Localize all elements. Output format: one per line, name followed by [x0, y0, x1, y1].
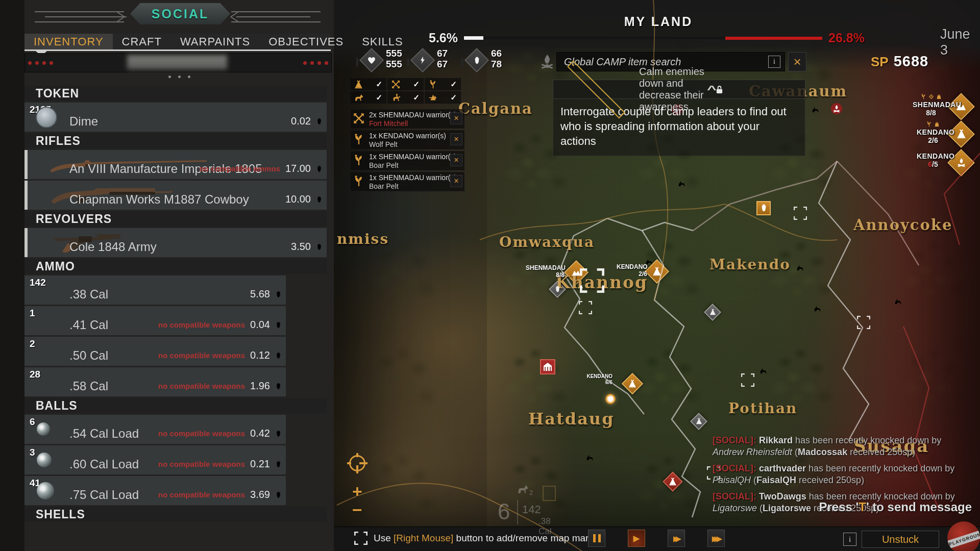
inventory-row-revolver-cole[interactable]: Cole 1848 Army 3.50	[24, 228, 327, 257]
pause-button[interactable]	[588, 530, 605, 547]
inventory-row-rifle-m1887[interactable]: Chapman Works M1887 Cowboy 10.00	[24, 181, 327, 210]
supply-marker[interactable]	[756, 201, 771, 215]
tab-warpaints[interactable]: WARPAINTS	[171, 34, 259, 50]
inventory-panel: SOCIAL INVENTORY CRAFT WARPAINTS OBJECTI…	[0, 0, 334, 551]
item-warning: no compatible weapons	[158, 490, 245, 499]
cartridge-icon	[40, 310, 47, 332]
fast-forward-button[interactable]: ▶▶	[668, 530, 685, 547]
camp-tag-kendano2: KENDANO6/6	[582, 373, 612, 386]
cartridge-icon	[40, 340, 47, 363]
playground-watermark: PLAYGROUND	[947, 521, 980, 551]
cartridge-icon	[40, 279, 47, 302]
remove-tracking-button[interactable]: ×	[450, 112, 462, 124]
tipi-icon	[648, 263, 666, 280]
filter-warriors-button[interactable]: ✓	[387, 78, 424, 90]
fastest-forward-button[interactable]: ▶▶▶	[707, 530, 725, 547]
tab-inventory[interactable]: INVENTORY	[24, 34, 113, 50]
bag-icon	[934, 121, 940, 127]
inventory-row-60load[interactable]: 3 .60 Cal Load no compatible weapons0.21	[24, 445, 286, 474]
item-name: .41 Cal	[69, 318, 108, 332]
plant-icon	[353, 155, 364, 166]
unstuck-info-button[interactable]: i	[843, 533, 856, 546]
plant-icon	[926, 121, 932, 127]
warrior-entry[interactable]: 1x SHENMADAU warrior(s) Boar Pelt ×	[350, 172, 464, 191]
map-label-omwaxqua: Omwaxqua	[499, 234, 595, 251]
item-name: .60 Cal Load	[69, 457, 139, 471]
faction-name: SHENMADAU	[913, 101, 949, 109]
map-frame-marker[interactable]	[741, 373, 754, 387]
faction-name: KENDANO	[917, 152, 949, 160]
chevron-up-icon[interactable]: ^	[707, 84, 821, 95]
ball-icon	[37, 482, 54, 499]
jug-icon	[757, 202, 770, 214]
item-name: Cole 1848 Army	[69, 240, 157, 254]
faction-badge-shenmadau[interactable]: SHENMADAU 8/8	[913, 94, 949, 117]
tab-objectives[interactable]: OBJECTIVES	[259, 34, 353, 50]
item-weight: 3.50	[291, 241, 311, 253]
horse-count: 2	[529, 489, 533, 496]
inventory-row-38cal[interactable]: 142 .38 Cal 5.68	[24, 276, 286, 305]
inventory-row-54load[interactable]: 6 .54 Cal Load no compatible weapons0.42	[24, 415, 286, 444]
quest-title-row[interactable]: Calm enemies down and decrease their awa…	[553, 80, 805, 99]
item-slot-ghost	[543, 486, 556, 501]
tab-craft[interactable]: CRAFT	[113, 34, 171, 50]
enemy-progress-fill	[725, 37, 822, 40]
search-info-button[interactable]: i	[768, 56, 780, 68]
filter-herbs-button[interactable]: ✓	[425, 78, 461, 90]
filter-raids-button[interactable]: ✓	[425, 91, 461, 104]
item-name: .54 Cal Load	[69, 427, 139, 441]
play-button[interactable]: ▶	[628, 530, 645, 547]
map-frame-marker[interactable]	[794, 207, 807, 220]
remove-tracking-button[interactable]: ×	[450, 154, 462, 166]
warrior-entry[interactable]: 2x SHENMADAU warrior(s) Fort Mitchell ×	[350, 109, 464, 129]
inventory-row-rifle-imperiale[interactable]: An VIII Manufacture Imperiale 1805 no co…	[24, 150, 327, 179]
filter-riders-button[interactable]: ✓	[387, 91, 424, 104]
warrior-line2: Boar Pelt	[369, 161, 462, 169]
map-label-potihan: Potihan	[728, 400, 797, 417]
section-header-balls: BALLS	[24, 398, 327, 413]
inventory-row-50cal[interactable]: 2 .50 Cal no compatible weapons0.12	[24, 337, 286, 366]
filter-horses-button[interactable]: ✓	[350, 91, 386, 104]
tab-skills[interactable]: SKILLS	[353, 34, 412, 50]
inventory-row-58cal[interactable]: 28 .58 Cal no compatible weapons1.96	[24, 367, 286, 396]
warrior-line1: 1x SHENMADAU warrior(s)	[369, 153, 462, 161]
zoom-out-button[interactable]: −	[347, 500, 368, 520]
remove-tracking-button[interactable]: ×	[450, 175, 462, 187]
map-frame-marker[interactable]	[857, 316, 870, 329]
item-weight: 3.69	[250, 489, 270, 500]
weight-icon	[316, 165, 323, 173]
inventory-row-dime[interactable]: 2135 Dime 0.02	[24, 103, 327, 132]
inventory-row-75load[interactable]: 41 .75 Cal Load no compatible weapons3.6…	[24, 476, 286, 505]
tipi-icon	[625, 376, 640, 391]
map-frame-marker[interactable]	[579, 301, 592, 314]
chat-message: [SOCIAL]: Rikkard has been recently knoc…	[713, 435, 972, 458]
zoom-in-button[interactable]: +	[347, 482, 368, 502]
faction-badge-kendano-2[interactable]: KENDANO 6/5	[917, 152, 949, 168]
tents-icon	[568, 264, 585, 281]
section-header-rifles: RIFLES	[24, 133, 327, 148]
nameplate-dots-right	[303, 61, 328, 65]
warrior-entry[interactable]: 1x KENDANO warrior(s) Wolf Pelt ×	[350, 130, 464, 149]
enemy-campfire-marker[interactable]	[831, 103, 842, 114]
camp-search-icon	[537, 51, 557, 71]
section-header-token: TOKEN	[24, 86, 327, 101]
item-count: 28	[30, 369, 40, 380]
search-close-button[interactable]: ×	[788, 52, 806, 71]
ball-icon	[37, 422, 50, 436]
energy-stat	[411, 49, 435, 72]
building-icon	[541, 360, 554, 373]
remove-tracking-button[interactable]: ×	[450, 133, 462, 145]
inventory-row-41cal[interactable]: 1 .41 Cal no compatible weapons0.04	[24, 306, 286, 335]
camp-tag-shenmadau: SHENMADAU8/8	[526, 264, 565, 279]
unstuck-button[interactable]: Unstuck	[862, 531, 939, 548]
item-weight: 5.68	[250, 288, 270, 300]
horse-icon	[354, 94, 364, 102]
fort-marker[interactable]	[540, 359, 555, 374]
territory-progress: 5.6% 26.8%	[429, 31, 865, 45]
warrior-entry[interactable]: 1x SHENMADAU warrior(s) Boar Pelt ×	[350, 151, 464, 170]
faction-badge-kendano[interactable]: KENDANO 2/6	[917, 121, 949, 144]
quest-description: Interrogate couple of camp leaders to fi…	[553, 99, 805, 156]
warrior-line2: Boar Pelt	[369, 182, 462, 190]
center-on-player-button[interactable]	[349, 455, 365, 471]
filter-camps-button[interactable]: ✓	[350, 78, 386, 90]
